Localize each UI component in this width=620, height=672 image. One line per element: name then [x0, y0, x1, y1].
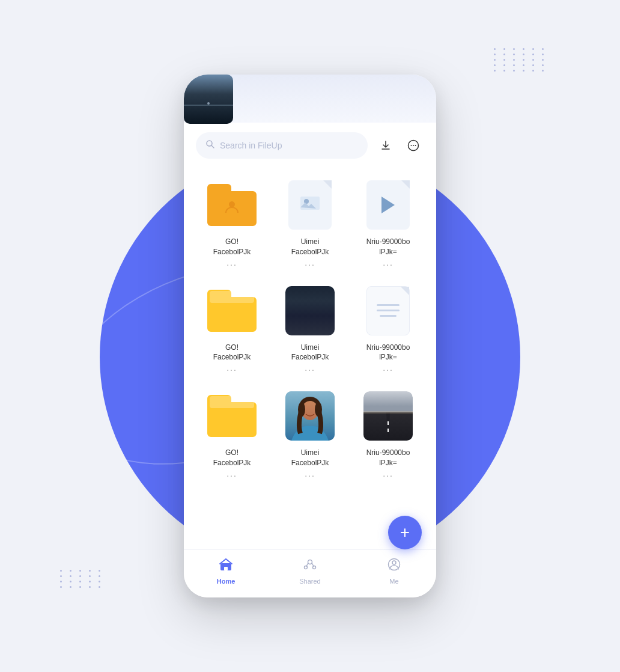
svg-point-4 [413, 145, 414, 146]
file-name: Nriu-99000bolPJk= [366, 237, 410, 257]
photo-sky-thumbnail [285, 286, 335, 335]
photo-person-thumbnail [285, 391, 335, 441]
file-name: UimeiFacebolPJk [291, 448, 329, 468]
nav-label-home: Home [217, 578, 236, 585]
file-name: Nriu-99000bolPJk= [366, 343, 410, 363]
svg-point-5 [415, 145, 416, 146]
file-menu[interactable]: ··· [383, 365, 394, 374]
file-item[interactable]: Nriu-99000bolPJk= ··· [352, 278, 424, 379]
file-menu[interactable]: ··· [226, 471, 237, 480]
folder-plain-icon [207, 290, 257, 332]
svg-point-24 [305, 566, 308, 569]
file-menu[interactable]: ··· [383, 260, 394, 269]
phone-container: Search in FileUp [184, 75, 436, 597]
file-item[interactable]: UimeiFacebolPJk ··· [274, 278, 346, 379]
folder-shared-icon [207, 184, 257, 226]
svg-point-6 [229, 201, 235, 207]
search-area: Search in FileUp [184, 123, 436, 166]
search-icon [205, 139, 215, 151]
file-name: GO!FacebolPJk [213, 237, 251, 257]
file-item[interactable]: Nriu-99000bolPJk= ··· [352, 383, 424, 484]
file-item[interactable]: GO!FacebolPJk ··· [196, 172, 268, 273]
file-name: GO!FacebolPJk [213, 448, 251, 468]
file-menu[interactable]: ··· [226, 260, 237, 269]
nav-item-home[interactable]: Home [184, 557, 268, 585]
more-options-button[interactable] [403, 135, 424, 156]
me-icon [387, 557, 401, 575]
nav-item-shared[interactable]: Shared [268, 557, 352, 585]
svg-point-23 [308, 560, 312, 564]
folder-plain-icon [207, 395, 257, 437]
doc-file-icon [366, 286, 410, 335]
file-name: GO!FacebolPJk [213, 343, 251, 363]
video-file-icon [366, 180, 410, 230]
dot-pattern-bl [60, 570, 105, 588]
download-button[interactable] [375, 135, 397, 156]
shared-icon [303, 557, 317, 575]
search-bar[interactable]: Search in FileUp [196, 132, 368, 159]
file-item[interactable]: Nriu-99000bolPJk= ··· [352, 172, 424, 273]
file-menu[interactable]: ··· [305, 365, 315, 374]
file-menu[interactable]: ··· [226, 365, 237, 374]
svg-point-25 [313, 566, 316, 569]
photo-road-thumbnail [363, 391, 413, 441]
image-file-icon [288, 180, 332, 230]
file-name: Nriu-99000bolPJk= [366, 448, 410, 468]
file-item[interactable]: GO!FacebolPJk ··· [196, 278, 268, 379]
svg-rect-20 [363, 411, 413, 414]
file-name: UimeiFacebolPJk [291, 343, 329, 363]
file-menu[interactable]: ··· [305, 471, 315, 480]
file-item[interactable]: GO!FacebolPJk ··· [196, 383, 268, 484]
add-fab-button[interactable]: + [388, 516, 422, 549]
file-menu[interactable]: ··· [383, 471, 394, 480]
svg-point-27 [392, 561, 396, 564]
home-icon [219, 557, 233, 575]
search-placeholder: Search in FileUp [220, 141, 282, 150]
dot-pattern-tr [494, 48, 548, 72]
bottom-nav: Home Shared Me [184, 549, 436, 597]
header-actions [375, 135, 424, 156]
file-name: UimeiFacebolPJk [291, 237, 329, 257]
file-item[interactable]: UimeiFacebolPJk ··· [274, 383, 346, 484]
file-menu[interactable]: ··· [305, 260, 315, 269]
file-grid: GO!FacebolPJk ··· UimeiFacebolPJk ··· [184, 166, 436, 549]
svg-rect-22 [224, 567, 228, 570]
svg-point-3 [411, 145, 412, 146]
svg-line-1 [211, 145, 214, 148]
nav-label-me: Me [389, 578, 398, 585]
nav-item-me[interactable]: Me [352, 557, 436, 585]
plus-icon: + [400, 524, 410, 541]
file-item[interactable]: UimeiFacebolPJk ··· [274, 172, 346, 273]
nav-label-shared: Shared [299, 578, 320, 585]
